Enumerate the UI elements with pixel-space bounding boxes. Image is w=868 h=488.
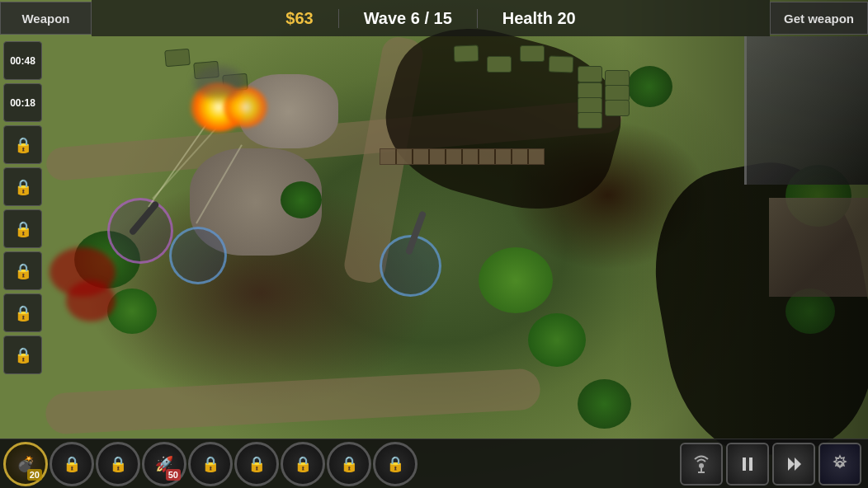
bottom-toolbar: 💣 20 🔒 🔒 🚀 50 🔒 🔒 🔒 🔒: [0, 439, 868, 488]
weapon-slots: 💣 20 🔒 🔒 🚀 50 🔒 🔒 🔒 🔒: [0, 439, 673, 489]
weapon-slot-2[interactable]: 🔒: [50, 442, 94, 486]
timer-slot-3[interactable]: 🔒: [3, 125, 42, 164]
settings-button[interactable]: [818, 443, 861, 486]
svg-point-0: [699, 463, 704, 468]
turret-base-1[interactable]: [107, 198, 173, 264]
weapon-slot-8-lock: 🔒: [340, 455, 358, 473]
tree-5: [528, 313, 586, 367]
weapon-slot-1[interactable]: 💣 20: [3, 442, 48, 486]
enemy-tank-11: [578, 112, 602, 129]
weapon-slot-4-number: 50: [166, 469, 181, 481]
lock-icon-6: 🔒: [14, 262, 32, 280]
get-weapon-button[interactable]: Get weapon: [770, 2, 868, 35]
enemy-tank-5: [487, 56, 512, 73]
tree-4: [479, 247, 553, 313]
enemy-tank-10: [578, 97, 602, 114]
settings-icon: [830, 454, 850, 474]
explosion-smoke-1: [194, 66, 243, 99]
building-right-2: [769, 198, 868, 297]
enemy-tank-8: [578, 66, 602, 82]
timer-2-text: 00:18: [10, 97, 35, 109]
svg-rect-3: [743, 458, 746, 471]
weapon-slot-6[interactable]: 🔒: [234, 442, 279, 486]
svg-rect-4: [749, 458, 752, 471]
pause-button[interactable]: [726, 443, 769, 486]
enemy-tank-7: [549, 55, 574, 73]
timer-slot-2[interactable]: 00:18: [3, 83, 42, 122]
weapon-slot-9-lock: 🔒: [386, 455, 404, 473]
building-right: [744, 36, 868, 185]
lock-icon-8: 🔒: [14, 346, 32, 364]
lock-icon-5: 🔒: [14, 220, 32, 238]
blood-patch-2: [66, 280, 116, 321]
broadcast-icon: [691, 454, 711, 474]
health-display: Health 20: [478, 9, 601, 28]
turret-base-2[interactable]: [169, 227, 227, 284]
lock-icon-3: 🔒: [14, 136, 32, 154]
weapon-slot-7[interactable]: 🔒: [281, 442, 325, 486]
enemy-tank-9: [578, 82, 602, 99]
header: Weapon $63 Wave 6 / 15 Health 20 Get wea…: [0, 0, 868, 36]
tree-3: [281, 181, 322, 218]
timer-slot-7[interactable]: 🔒: [3, 293, 42, 332]
svg-marker-5: [788, 458, 795, 471]
timer-1-text: 00:48: [10, 55, 35, 67]
timer-slot-4[interactable]: 🔒: [3, 167, 42, 206]
enemy-tank-1: [164, 49, 191, 68]
weapon-slot-9[interactable]: 🔒: [373, 442, 417, 486]
fast-forward-button[interactable]: [772, 443, 815, 486]
weapon-slot-8[interactable]: 🔒: [327, 442, 371, 486]
weapon-slot-2-lock: 🔒: [63, 455, 81, 473]
weapon-slot-3[interactable]: 🔒: [96, 442, 140, 486]
timer-slot-8[interactable]: 🔒: [3, 336, 42, 374]
svg-marker-6: [795, 458, 801, 471]
left-sidebar: 00:48 00:18 🔒 🔒 🔒 🔒 🔒 🔒: [0, 36, 45, 439]
weapon-slot-1-number: 20: [27, 469, 42, 481]
weapon-slot-4[interactable]: 🚀 50: [142, 442, 186, 486]
svg-point-7: [837, 462, 842, 467]
enemy-tank-6: [520, 45, 545, 62]
timer-slot-1[interactable]: 00:48: [3, 41, 42, 80]
weapon-button[interactable]: Weapon: [0, 2, 92, 35]
enemy-tank-4: [454, 45, 479, 62]
weapon-slot-6-lock: 🔒: [248, 455, 266, 473]
money-display: $63: [261, 9, 337, 28]
center-hud: $63 Wave 6 / 15 Health 20: [92, 0, 770, 36]
wave-display: Wave 6 / 15: [338, 9, 478, 28]
weapon-slot-5-lock: 🔒: [201, 455, 219, 473]
broadcast-button[interactable]: [680, 443, 723, 486]
weapon-slot-5[interactable]: 🔒: [188, 442, 233, 486]
weapon-slot-7-lock: 🔒: [294, 455, 312, 473]
control-buttons: [673, 439, 868, 489]
barrier-row: [380, 148, 545, 165]
lock-icon-7: 🔒: [14, 304, 32, 322]
timer-slot-6[interactable]: 🔒: [3, 251, 42, 290]
weapon-slot-3-lock: 🔒: [109, 455, 127, 473]
game-battlefield: [0, 0, 868, 488]
timer-slot-5[interactable]: 🔒: [3, 209, 42, 248]
pause-icon: [738, 454, 757, 474]
lock-icon-4: 🔒: [14, 178, 32, 196]
fast-forward-icon: [784, 454, 804, 474]
